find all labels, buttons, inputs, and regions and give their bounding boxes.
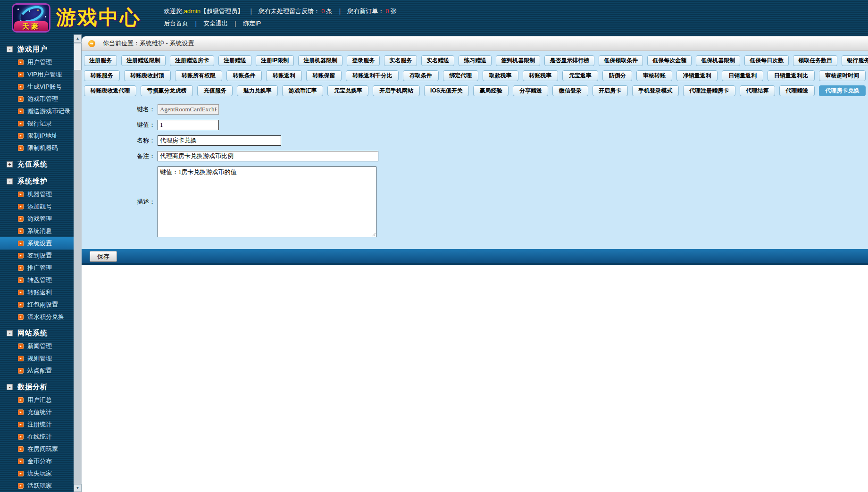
sidebar-item[interactable]: ▸转盘管理 xyxy=(0,274,74,286)
tab-button[interactable]: 注册服务 xyxy=(84,55,117,66)
tab-button[interactable]: 元宝兑换率 xyxy=(327,85,368,96)
tab-button[interactable]: 分享赠送 xyxy=(513,85,548,96)
sidebar-item[interactable]: ▸添加靓号 xyxy=(0,200,74,213)
sidebar-item[interactable]: ▸推广管理 xyxy=(0,262,74,274)
tab-button[interactable]: 代理注册赠房卡 xyxy=(683,85,735,96)
sidebar-item[interactable]: ▸VIP用户管理 xyxy=(0,68,74,81)
sidebar-item[interactable]: ▸签到设置 xyxy=(0,250,74,262)
tab-button[interactable]: 日销量返利 xyxy=(722,70,763,81)
sidebar-scrollbar[interactable]: ▲ ▼ xyxy=(74,34,82,492)
sidebar-item[interactable]: ▸金币分布 xyxy=(0,455,74,467)
tab-button[interactable]: 转账税收封顶 xyxy=(124,70,171,81)
tab-button[interactable]: 转账返利千分比 xyxy=(346,70,399,81)
tab-button[interactable]: 领取任务数目 xyxy=(793,55,837,66)
link-bind-ip[interactable]: 绑定IP xyxy=(243,20,261,27)
link-safe-logout[interactable]: 安全退出 xyxy=(203,20,228,27)
sidebar-section[interactable]: +充值系统 xyxy=(0,157,74,171)
sidebar-item[interactable]: ▸在房间玩家 xyxy=(0,443,74,455)
tab-button[interactable]: 开启手机网站 xyxy=(373,85,419,96)
tab-button[interactable]: 转账服务 xyxy=(84,70,120,81)
sidebar-item[interactable]: ▸在线统计 xyxy=(0,431,74,443)
tab-button[interactable]: 转账所有权限 xyxy=(175,70,222,81)
tab-button[interactable]: 游戏币汇率 xyxy=(282,85,323,96)
sidebar-item[interactable]: ▸限制IP地址 xyxy=(0,130,74,142)
sidebar-section[interactable]: -游戏用户 xyxy=(0,42,74,56)
tab-button[interactable]: 防倒分 xyxy=(602,70,633,81)
tab-button[interactable]: 转账保留 xyxy=(306,70,342,81)
tab-button[interactable]: 审核超时时间 xyxy=(819,70,866,81)
tab-button[interactable]: 赢局经验 xyxy=(473,85,509,96)
sidebar-item[interactable]: ▸活跃玩家 xyxy=(0,480,74,492)
sidebar-item[interactable]: ▸流失玩家 xyxy=(0,467,74,480)
save-button[interactable]: 保存 xyxy=(90,251,117,262)
tab-button[interactable]: 练习赠送 xyxy=(459,55,492,66)
tab-button[interactable]: 转账返利 xyxy=(266,70,302,81)
collapse-icon[interactable]: - xyxy=(7,384,13,390)
tab-button[interactable]: 审核转账 xyxy=(636,70,672,81)
sidebar-item[interactable]: ▸生成VIP账号 xyxy=(0,81,74,93)
tab-button[interactable]: 转账条件 xyxy=(226,70,262,81)
tab-button[interactable]: 转账税收返代理 xyxy=(84,85,136,96)
sidebar-item[interactable]: ▸转账返利 xyxy=(0,286,74,299)
sidebar-item[interactable]: ▸银行记录 xyxy=(0,117,74,130)
tab-button[interactable]: 低保领取条件 xyxy=(599,55,643,66)
sidebar-item[interactable]: ▸用户汇总 xyxy=(0,394,74,406)
sidebar-item[interactable]: ▸游戏币管理 xyxy=(0,93,74,105)
sidebar-item[interactable]: ▸注册统计 xyxy=(0,418,74,431)
tab-button[interactable]: 代理赠送 xyxy=(779,85,815,96)
scroll-thumb[interactable] xyxy=(74,43,82,70)
tab-button[interactable]: 手机登录模式 xyxy=(632,85,679,96)
tab-button[interactable]: 魅力兑换率 xyxy=(237,85,278,96)
sidebar-item[interactable]: ▸站点配置 xyxy=(0,365,74,377)
tab-button[interactable]: 净销量返利 xyxy=(676,70,718,81)
sidebar-item[interactable]: ▸规则管理 xyxy=(0,352,74,365)
tab-button[interactable]: 元宝返率 xyxy=(562,70,598,81)
tab-button[interactable]: 注册IP限制 xyxy=(256,55,294,66)
sidebar-item[interactable]: ▸红包雨设置 xyxy=(0,299,74,311)
tab-button[interactable]: 绑定代理 xyxy=(443,70,479,81)
tab-button[interactable]: 是否显示排行榜 xyxy=(544,55,594,66)
scroll-down-icon[interactable]: ▼ xyxy=(74,484,82,492)
keyvalue-input[interactable] xyxy=(158,120,219,130)
tab-button[interactable]: 取款税率 xyxy=(483,70,518,81)
tab-button[interactable]: 签到机器限制 xyxy=(496,55,540,66)
tab-button[interactable]: 低保机器限制 xyxy=(696,55,740,66)
name-input[interactable] xyxy=(158,135,281,146)
tab-button[interactable]: 注册机器限制 xyxy=(298,55,342,66)
tab-button-active[interactable]: 代理房卡兑换 xyxy=(819,85,866,96)
tab-button[interactable]: 代理结算 xyxy=(740,85,775,96)
tab-button[interactable]: 注册赠送限制 xyxy=(121,55,166,66)
scroll-up-icon[interactable]: ▲ xyxy=(74,34,82,42)
tab-button[interactable]: 实名服务 xyxy=(384,55,417,66)
sidebar-item[interactable]: ▸系统消息 xyxy=(0,225,74,237)
sidebar-item[interactable]: ▸系统设置 xyxy=(0,237,74,250)
expand-icon[interactable]: + xyxy=(7,161,13,167)
tab-button[interactable]: 微信登录 xyxy=(552,85,588,96)
tab-button[interactable]: IOS充值开关 xyxy=(424,85,469,96)
collapse-icon[interactable]: - xyxy=(7,178,13,184)
link-backend-home[interactable]: 后台首页 xyxy=(164,20,188,27)
tab-button[interactable]: 低保每日次数 xyxy=(744,55,789,66)
sidebar-section[interactable]: -系统维护 xyxy=(0,174,74,188)
tab-button[interactable]: 转账税率 xyxy=(523,70,559,81)
sidebar-item[interactable]: ▸游戏管理 xyxy=(0,213,74,225)
tab-button[interactable]: 注册赠送 xyxy=(218,55,251,66)
collapse-icon[interactable]: - xyxy=(7,46,13,52)
sidebar-item[interactable]: ▸新闻管理 xyxy=(0,340,74,352)
sidebar-item[interactable]: ▸充值统计 xyxy=(0,406,74,418)
collapse-icon[interactable]: - xyxy=(7,330,13,336)
description-input[interactable] xyxy=(158,167,376,237)
sidebar-item[interactable]: ▸限制机器码 xyxy=(0,142,74,154)
sidebar-item[interactable]: ▸流水积分兑换 xyxy=(0,311,74,323)
tab-button[interactable]: 登录服务 xyxy=(347,55,380,66)
sidebar-section[interactable]: -数据分析 xyxy=(0,380,74,394)
sidebar-section[interactable]: -网站系统 xyxy=(0,326,74,340)
tab-button[interactable]: 日销量返利比 xyxy=(768,70,815,81)
tab-button[interactable]: 充值服务 xyxy=(197,85,233,96)
tab-button[interactable]: 存取条件 xyxy=(403,70,439,81)
tab-button[interactable]: 注册赠送房卡 xyxy=(170,55,214,66)
sidebar-item[interactable]: ▸机器管理 xyxy=(0,188,74,200)
tab-button[interactable]: 亏损赢分龙虎榜 xyxy=(141,85,193,96)
sidebar-item[interactable]: ▸用户管理 xyxy=(0,56,74,68)
sidebar-item[interactable]: ▸赠送游戏币记录 xyxy=(0,105,74,117)
